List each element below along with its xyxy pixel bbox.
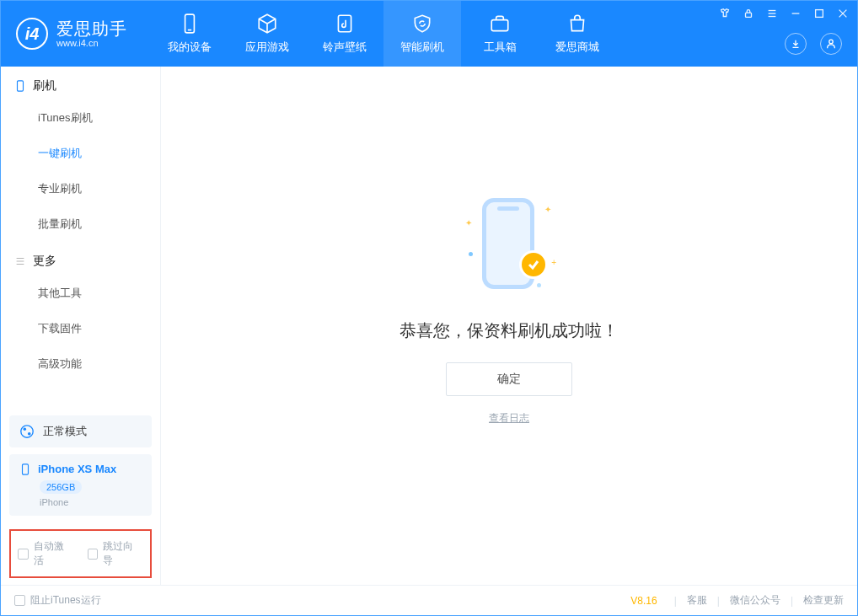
sidebar-item-other-tools[interactable]: 其他工具 [1, 276, 160, 311]
download-icon[interactable] [785, 33, 807, 55]
checkbox-label: 跳过向导 [103, 539, 143, 568]
list-icon [14, 255, 26, 267]
nav-store[interactable]: 爱思商城 [539, 1, 616, 67]
window-controls [719, 8, 849, 19]
app-title: 爱思助手 [56, 19, 127, 38]
header-right-icons [785, 33, 842, 55]
device-name: iPhone XS Max [38, 463, 116, 475]
phone-icon [179, 13, 201, 35]
minimize-icon[interactable] [790, 8, 802, 19]
nav-toolbox[interactable]: 工具箱 [461, 1, 539, 67]
nav-label: 智能刷机 [400, 40, 444, 55]
mode-label: 正常模式 [43, 424, 87, 439]
refresh-shield-icon [411, 13, 433, 35]
checkbox-box-icon [14, 595, 25, 606]
footer-link-wechat[interactable]: 微信公众号 [730, 593, 780, 608]
checkbox-label: 自动激活 [34, 539, 74, 568]
footer-link-update[interactable]: 检查更新 [803, 593, 844, 608]
checkbox-label: 阻止iTunes运行 [30, 593, 101, 608]
svg-point-17 [21, 426, 33, 437]
phone-small-icon [14, 80, 26, 92]
device-phone-icon [19, 463, 31, 475]
music-file-icon [334, 13, 356, 35]
success-message: 恭喜您，保资料刷机成功啦！ [400, 319, 619, 342]
status-bar: 阻止iTunes运行 V8.16 | 客服 | 微信公众号 | 检查更新 [1, 585, 857, 615]
logo-icon: i4 [16, 18, 48, 50]
svg-rect-13 [18, 81, 24, 91]
nav-label: 爱思商城 [555, 40, 599, 55]
svg-rect-2 [338, 15, 351, 32]
nav-label: 铃声壁纸 [323, 40, 367, 55]
menu-icon[interactable] [766, 8, 778, 19]
section-title: 刷机 [33, 78, 56, 94]
svg-point-12 [829, 40, 833, 43]
nav-my-device[interactable]: 我的设备 [151, 1, 228, 67]
nav-label: 我的设备 [168, 40, 212, 55]
footer-link-support[interactable]: 客服 [687, 593, 707, 608]
version-label: V8.16 [630, 595, 657, 607]
checkbox-block-itunes[interactable]: 阻止iTunes运行 [14, 593, 101, 608]
mode-card[interactable]: 正常模式 [9, 415, 152, 447]
sparkle-icon: + [551, 258, 556, 267]
svg-rect-4 [746, 13, 752, 17]
sidebar: 刷机 iTunes刷机 一键刷机 专业刷机 批量刷机 更多 其他工具 下载固件 … [1, 67, 161, 585]
sparkle-icon: ✦ [465, 218, 472, 228]
success-illustration: ✦ ✦ + [458, 193, 560, 294]
logo-area: i4 爱思助手 www.i4.cn [1, 1, 142, 67]
svg-point-18 [24, 428, 27, 431]
svg-rect-3 [491, 20, 508, 31]
maximize-icon[interactable] [813, 8, 825, 19]
app-header: i4 爱思助手 www.i4.cn 我的设备 应用游戏 铃声壁纸 智能刷机 工具… [1, 1, 857, 67]
nav-label: 应用游戏 [245, 40, 289, 55]
view-log-link[interactable]: 查看日志 [489, 411, 529, 426]
mode-icon [19, 424, 35, 439]
main-nav: 我的设备 应用游戏 铃声壁纸 智能刷机 工具箱 爱思商城 [151, 1, 616, 67]
svg-point-19 [28, 432, 31, 436]
device-type: iPhone [40, 497, 142, 507]
highlighted-options-row: 自动激活 跳过向导 [9, 529, 152, 578]
svg-rect-20 [23, 463, 29, 474]
device-card[interactable]: iPhone XS Max 256GB iPhone [9, 454, 152, 516]
checkbox-skip-guide[interactable]: 跳过向导 [88, 539, 144, 568]
app-url: www.i4.cn [56, 38, 127, 48]
sidebar-item-itunes-flash[interactable]: iTunes刷机 [1, 100, 160, 136]
toolbox-icon [489, 13, 511, 35]
user-icon[interactable] [820, 33, 842, 55]
nav-smart-flash[interactable]: 智能刷机 [383, 1, 461, 67]
svg-rect-9 [816, 10, 823, 18]
sidebar-item-download-firmware[interactable]: 下载固件 [1, 311, 160, 346]
bag-icon [566, 13, 588, 35]
lock-icon[interactable] [743, 8, 754, 19]
dot-icon [537, 283, 541, 287]
checkmark-badge-icon [519, 250, 548, 279]
nav-ringtone-wallpaper[interactable]: 铃声壁纸 [306, 1, 383, 67]
nav-label: 工具箱 [484, 40, 517, 55]
checkbox-auto-activate[interactable]: 自动激活 [18, 539, 74, 568]
section-title: 更多 [33, 254, 56, 269]
sidebar-item-batch-flash[interactable]: 批量刷机 [1, 206, 160, 242]
cube-icon [256, 13, 278, 35]
close-icon[interactable] [837, 8, 849, 19]
checkbox-box-icon [88, 549, 99, 560]
app-body: 刷机 iTunes刷机 一键刷机 专业刷机 批量刷机 更多 其他工具 下载固件 … [1, 67, 857, 585]
sparkle-icon: ✦ [544, 205, 551, 214]
tshirt-icon[interactable] [719, 8, 731, 19]
device-capacity: 256GB [40, 480, 82, 494]
ok-button[interactable]: 确定 [446, 362, 572, 396]
sidebar-item-pro-flash[interactable]: 专业刷机 [1, 171, 160, 206]
checkbox-box-icon [18, 549, 29, 560]
nav-apps-games[interactable]: 应用游戏 [228, 1, 306, 67]
main-content: ✦ ✦ + 恭喜您，保资料刷机成功啦！ 确定 查看日志 [161, 67, 857, 585]
dot-icon [469, 252, 473, 256]
sidebar-item-advanced[interactable]: 高级功能 [1, 346, 160, 382]
sidebar-section-flash: 刷机 [1, 67, 160, 100]
sidebar-item-oneclick-flash[interactable]: 一键刷机 [1, 136, 160, 171]
sidebar-section-more: 更多 [1, 242, 160, 276]
